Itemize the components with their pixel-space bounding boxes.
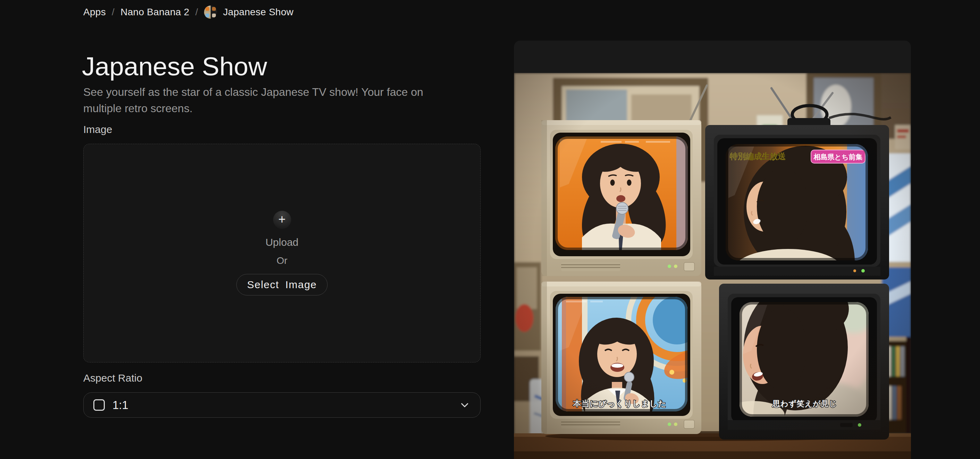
breadcrumb-nano-banana-2[interactable]: Nano Banana 2 <box>121 6 189 18</box>
plus-icon: + <box>278 213 286 226</box>
aspect-ratio-label: Aspect Ratio <box>83 372 142 384</box>
app-thumbnail-icon <box>204 6 217 19</box>
app-page: Apps / Nano Banana 2 / Japanese Show Jap… <box>0 0 980 459</box>
aspect-square-icon <box>93 399 105 411</box>
upload-text: Upload <box>266 236 298 248</box>
select-image-button[interactable]: Select Image <box>236 274 328 295</box>
aspect-ratio-value: 1:1 <box>113 398 129 412</box>
breadcrumb-japanese-show: Japanese Show <box>223 6 294 18</box>
breadcrumb-separator: / <box>196 6 198 18</box>
aspect-ratio-select[interactable]: 1:1 <box>83 392 480 418</box>
page-description: See yourself as the star of a classic Ja… <box>83 84 460 117</box>
upload-dropzone-content: + Upload Or Select Image <box>236 211 328 295</box>
page-title: Japanese Show <box>82 51 267 81</box>
photo-vignette <box>514 73 911 459</box>
image-field-label: Image <box>83 124 112 135</box>
breadcrumb: Apps / Nano Banana 2 / Japanese Show <box>83 4 294 20</box>
image-upload-dropzone[interactable]: + Upload Or Select Image <box>83 144 480 362</box>
or-text: Or <box>277 255 287 266</box>
add-image-button[interactable]: + <box>273 211 291 229</box>
chevron-down-icon <box>459 399 471 411</box>
breadcrumb-apps[interactable]: Apps <box>83 6 106 18</box>
breadcrumb-separator: / <box>112 6 115 18</box>
preview-panel: 本当にびっくりしました <box>514 41 911 459</box>
preview-image: 本当にびっくりしました <box>514 73 911 459</box>
